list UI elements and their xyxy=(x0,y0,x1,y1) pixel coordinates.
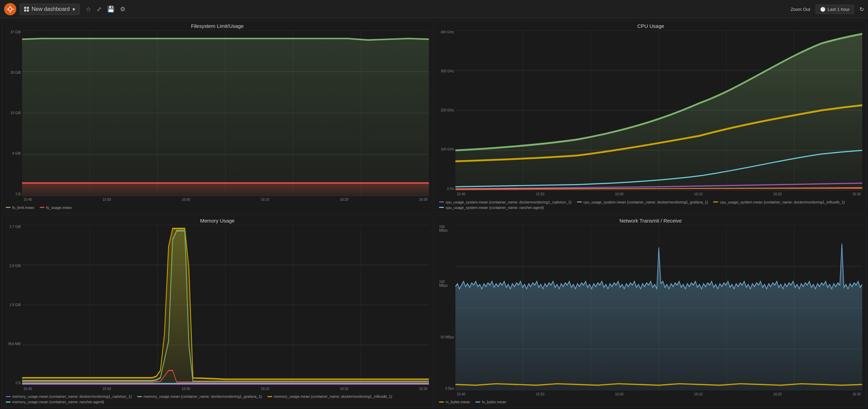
memory-chart-area: 3.7 GiB 2.8 GiB 1.9 GiB 954 MiB 0 B xyxy=(6,225,429,392)
dashboard-selector[interactable]: New dashboard ▾ xyxy=(20,4,80,15)
dashboard-grid: Filesystem Limit/Usage 37 GiB 28 GiB 19 … xyxy=(0,19,868,409)
legend-color xyxy=(439,402,444,403)
legend-label: memory_usage.mean {container_name: docke… xyxy=(274,394,393,398)
legend-label: memory_usage.mean {container_name: ranch… xyxy=(12,400,104,404)
legend-item: tx_bytes.mean xyxy=(475,400,506,404)
legend-label: cpu_usage_system.mean {container_name: d… xyxy=(446,200,572,204)
legend-color xyxy=(577,201,582,202)
legend-color xyxy=(267,396,272,397)
network-chart-area: 150 MBps 100 MBps 50 MBps 0 Bps xyxy=(439,225,862,397)
cpu-y-axis: 400 GHz 300 GHz 200 GHz 100 GHz 0 Hz xyxy=(439,30,455,191)
legend-item: fs_usage.mean xyxy=(40,206,72,210)
cpu-graph xyxy=(455,30,862,191)
filesystem-panel-title: Filesystem Limit/Usage xyxy=(6,23,429,29)
legend-item: fs_limit.mean xyxy=(6,206,34,210)
memory-graph xyxy=(22,225,429,385)
legend-color xyxy=(6,396,11,397)
legend-item: cpu_usage_system.mean {container_name: d… xyxy=(713,200,845,204)
refresh-button[interactable]: ↻ xyxy=(860,6,864,13)
legend-label: cpu_usage_system.mean {container_name: r… xyxy=(446,206,544,210)
legend-color xyxy=(6,207,11,208)
legend-item: memory_usage.mean {container_name: docke… xyxy=(267,394,393,398)
legend-color xyxy=(40,207,45,208)
legend-label: cpu_usage_system.mean {container_name: d… xyxy=(720,200,845,204)
zoom-out-button[interactable]: Zoom Out xyxy=(791,7,810,12)
memory-y-axis: 3.7 GiB 2.8 GiB 1.9 GiB 954 MiB 0 B xyxy=(6,225,22,385)
network-graph xyxy=(455,225,862,391)
cpu-chart-area: 400 GHz 300 GHz 200 GHz 100 GHz 0 Hz xyxy=(439,30,862,197)
memory-panel: Memory Usage 3.7 GiB 2.8 GiB 1.9 GiB 954… xyxy=(1,215,433,408)
legend-item: rx_bytes.mean xyxy=(439,400,470,404)
legend-label: cpu_usage_system.mean {container_name: d… xyxy=(584,200,708,204)
cpu-x-axis: 15:40 15:50 16:00 16:10 16:20 16:30 xyxy=(455,191,862,197)
filesystem-y-axis: 37 GiB 28 GiB 19 GiB 9 GiB 0 B xyxy=(6,30,22,196)
topbar-icons: ☆ ⤢ 💾 ⚙ xyxy=(86,5,125,13)
save-icon[interactable]: 💾 xyxy=(107,5,115,13)
legend-item: cpu_usage_system.mean {container_name: d… xyxy=(577,200,708,204)
topbar: New dashboard ▾ ☆ ⤢ 💾 ⚙ Zoom Out 🕐 Last … xyxy=(0,0,868,19)
legend-item: memory_usage.mean {container_name: ranch… xyxy=(6,400,104,404)
memory-panel-title: Memory Usage xyxy=(6,218,429,224)
legend-color xyxy=(6,402,11,403)
network-panel-title: Network Transmit / Receive xyxy=(439,218,862,224)
legend-label: rx_bytes.mean xyxy=(446,400,470,404)
legend-item: cpu_usage_system.mean {container_name: r… xyxy=(439,206,544,210)
legend-label: tx_bytes.mean xyxy=(482,400,506,404)
filesystem-legend: fs_limit.mean fs_usage.mean xyxy=(6,204,429,211)
share-icon[interactable]: ⤢ xyxy=(97,5,102,13)
cpu-legend: cpu_usage_system.mean {container_name: d… xyxy=(439,199,862,211)
legend-color xyxy=(713,201,718,202)
filesystem-panel: Filesystem Limit/Usage 37 GiB 28 GiB 19 … xyxy=(1,20,433,213)
filesystem-graph xyxy=(22,30,429,196)
cpu-panel-title: CPU Usage xyxy=(439,23,862,29)
grid-icon xyxy=(24,7,29,12)
network-y-axis: 150 MBps 100 MBps 50 MBps 0 Bps xyxy=(439,225,455,391)
legend-color xyxy=(475,402,480,403)
network-panel: Network Transmit / Receive 150 MBps 100 … xyxy=(435,215,867,408)
legend-label: memory_usage.mean {container_name: docke… xyxy=(144,394,262,398)
legend-item: memory_usage.mean {container_name: docke… xyxy=(6,394,132,398)
clock-icon: 🕐 xyxy=(820,7,826,12)
time-range-picker[interactable]: 🕐 Last 1 hour xyxy=(816,5,854,14)
legend-color xyxy=(439,207,444,208)
legend-label: memory_usage.mean {container_name: docke… xyxy=(12,394,132,398)
legend-label: fs_usage.mean xyxy=(46,206,72,210)
legend-label: fs_limit.mean xyxy=(12,206,34,210)
legend-item: cpu_usage_system.mean {container_name: d… xyxy=(439,200,572,204)
topbar-right: Zoom Out 🕐 Last 1 hour ↻ xyxy=(791,5,864,14)
time-range-label: Last 1 hour xyxy=(828,7,850,12)
grafana-logo[interactable] xyxy=(4,3,16,15)
dashboard-title: New dashboard xyxy=(32,6,70,12)
legend-color xyxy=(439,201,444,202)
legend-item: memory_usage.mean {container_name: docke… xyxy=(137,394,262,398)
network-x-axis: 15:40 15:50 16:00 16:10 16:20 16:30 xyxy=(455,391,862,397)
dropdown-arrow-icon: ▾ xyxy=(72,6,75,13)
filesystem-x-axis: 15:40 15:50 16:00 16:10 16:20 16:30 xyxy=(22,197,429,203)
settings-icon[interactable]: ⚙ xyxy=(120,5,125,13)
star-icon[interactable]: ☆ xyxy=(86,5,91,13)
memory-x-axis: 15:40 15:50 16:00 16:10 16:20 16:30 xyxy=(22,386,429,392)
legend-color xyxy=(137,396,142,397)
filesystem-chart-area: 37 GiB 28 GiB 19 GiB 9 GiB 0 B xyxy=(6,30,429,203)
network-legend: rx_bytes.mean tx_bytes.mean xyxy=(439,398,862,405)
memory-legend: memory_usage.mean {container_name: docke… xyxy=(6,393,429,405)
cpu-panel: CPU Usage 400 GHz 300 GHz 200 GHz 100 GH… xyxy=(435,20,867,213)
